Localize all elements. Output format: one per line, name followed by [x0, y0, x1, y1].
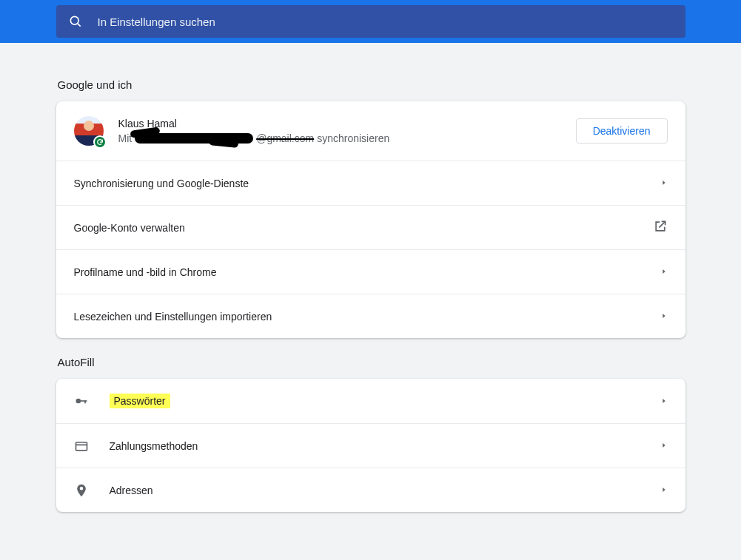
profile-name: Klaus Hamal — [118, 118, 576, 129]
settings-content: Google und ich Klaus Hamal Mit @gmail.co… — [56, 43, 685, 542]
card-autofill: Passwörter Zahlungsmethoden Adress — [56, 379, 685, 512]
card-google: Klaus Hamal Mit @gmail.com synchronisier… — [56, 101, 685, 338]
row-label: Adressen — [110, 485, 660, 496]
chevron-right-icon — [660, 311, 668, 322]
search-input[interactable] — [96, 15, 674, 29]
key-icon — [74, 394, 89, 408]
email-visible-part: @gmail.com — [256, 132, 314, 144]
svg-rect-5 — [76, 442, 87, 451]
chevron-right-icon — [660, 440, 668, 451]
svg-rect-3 — [79, 400, 87, 402]
row-sync-services[interactable]: Synchronisierung und Google-Dienste — [56, 161, 685, 205]
row-profile-name-image[interactable]: Profilname und -bild in Chrome — [56, 249, 685, 294]
row-passwords[interactable]: Passwörter — [56, 379, 685, 423]
sub-suffix: synchronisieren — [317, 132, 389, 144]
chevron-right-icon — [660, 396, 668, 407]
row-import-bookmarks[interactable]: Lesezeichen und Einstellungen importiere… — [56, 294, 685, 338]
profile-row: Klaus Hamal Mit @gmail.com synchronisier… — [56, 101, 685, 161]
sync-badge-icon — [93, 135, 107, 149]
row-addresses[interactable]: Adressen — [56, 468, 685, 512]
row-manage-account[interactable]: Google-Konto verwalten — [56, 205, 685, 249]
svg-point-0 — [70, 16, 78, 24]
row-label: Profilname und -bild in Chrome — [74, 266, 660, 278]
avatar — [74, 116, 104, 146]
row-label: Synchronisierung und Google-Dienste — [74, 178, 660, 189]
credit-card-icon — [74, 439, 89, 453]
redacted-email — [135, 133, 253, 144]
search-field[interactable] — [56, 5, 685, 38]
row-label: Lesezeichen und Einstellungen importiere… — [74, 311, 660, 323]
row-label: Zahlungsmethoden — [110, 440, 660, 452]
search-icon — [68, 14, 83, 29]
location-pin-icon — [74, 483, 89, 498]
top-bar — [0, 0, 741, 43]
row-label-highlighted: Passwörter — [110, 394, 170, 408]
section-title-google: Google und ich — [58, 78, 685, 91]
chevron-right-icon — [660, 266, 668, 277]
row-payment-methods[interactable]: Zahlungsmethoden — [56, 423, 685, 468]
deactivate-button[interactable]: Deaktivieren — [576, 118, 668, 144]
svg-rect-4 — [84, 400, 86, 403]
section-title-autofill: AutoFill — [58, 356, 685, 368]
chevron-right-icon — [660, 485, 668, 496]
profile-text: Klaus Hamal Mit @gmail.com synchronisier… — [118, 118, 576, 144]
open-external-icon — [653, 219, 668, 236]
profile-subline: Mit @gmail.com synchronisieren — [118, 132, 576, 144]
row-label: Google-Konto verwalten — [74, 222, 653, 234]
chevron-right-icon — [660, 178, 668, 189]
svg-line-1 — [77, 24, 80, 27]
